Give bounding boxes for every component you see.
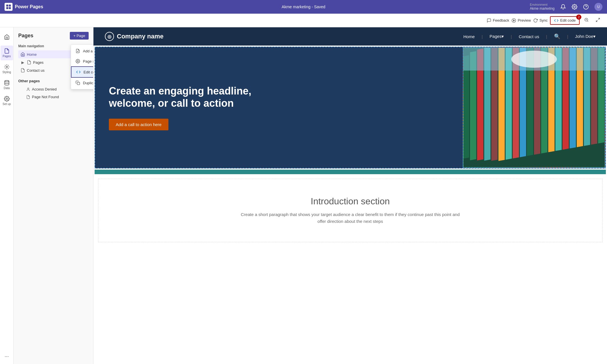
sidebar-item-pages[interactable]: Pages	[1, 46, 13, 60]
environment-label: Environment	[530, 3, 555, 7]
nav-item-access-denied-label: Access Denied	[32, 87, 57, 91]
logo-icon	[5, 3, 13, 11]
svg-point-16	[5, 81, 9, 82]
svg-point-21	[77, 61, 78, 62]
edit-code-label: Edit code	[560, 18, 576, 22]
feedback-button[interactable]: Feedback	[487, 18, 509, 23]
environment-info: Environment Akme marketing	[530, 3, 555, 11]
svg-rect-3	[9, 7, 11, 9]
hero-text: Create an engaging headline,welcome, or …	[95, 47, 463, 168]
settings-icon[interactable]	[572, 4, 577, 10]
svg-line-14	[596, 20, 598, 22]
svg-point-45	[511, 51, 557, 68]
context-menu-duplicate[interactable]: Duplicate	[71, 78, 93, 88]
sidebar-more[interactable]: ···	[5, 353, 9, 359]
svg-rect-2	[6, 7, 8, 9]
svg-point-4	[574, 6, 575, 7]
topbar-center: Akme marketing - Saved	[282, 5, 325, 9]
zoom-button[interactable]	[582, 16, 591, 25]
feedback-label: Feedback	[493, 18, 509, 22]
hero-image	[463, 47, 605, 168]
nav-item-page-not-found[interactable]: Page Not Found	[18, 93, 89, 101]
app-name: Power Pages	[15, 4, 43, 9]
nav-expand-pages[interactable]: ▶	[21, 60, 25, 65]
context-menu-add-subpage[interactable]: Add a new subpage	[71, 46, 93, 56]
edit-code-button[interactable]: Edit code 2	[550, 16, 580, 25]
svg-rect-22	[77, 82, 80, 85]
environment-name: Akme marketing	[530, 7, 555, 11]
site-preview: ◎ Company name Home | Pages▾ | Contact u…	[93, 27, 607, 364]
svg-point-17	[6, 98, 7, 100]
add-page-button[interactable]: + Page	[70, 32, 89, 40]
site-logo: ◎ Company name	[105, 32, 164, 41]
svg-point-18	[28, 88, 29, 89]
svg-rect-24	[463, 55, 469, 159]
site-nav-user[interactable]: John Doe▾	[575, 34, 596, 39]
site-nav-home[interactable]: Home	[463, 34, 475, 39]
hero-cta-button[interactable]: Add a call to action here	[109, 119, 168, 130]
preview-button[interactable]: Preview	[512, 18, 531, 23]
topbar-right: Environment Akme marketing U	[530, 3, 602, 11]
pages-title: Pages	[18, 33, 33, 39]
context-add-subpage-label: Add a new subpage	[83, 49, 93, 53]
site-logo-icon: ◎	[105, 32, 114, 41]
sidebar-item-data[interactable]: Data	[1, 77, 13, 92]
site-nav-links: Home | Pages▾ | Contact us | 🔍 | John Do…	[463, 33, 596, 40]
site-nav: ◎ Company name Home | Pages▾ | Contact u…	[93, 27, 607, 46]
expand-button[interactable]	[593, 16, 602, 25]
nav-item-contact-label: Contact us	[27, 68, 44, 73]
context-page-settings-label: Page settings	[83, 59, 93, 63]
nav-item-home-label: Home	[27, 52, 37, 57]
topbar: Power Pages Akme marketing - Saved Envir…	[0, 0, 607, 14]
site-logo-text: Company name	[117, 33, 164, 40]
sync-label: Sync	[539, 18, 548, 22]
sidebar-pages-label: Pages	[3, 55, 11, 58]
intro-section: Introduction section Create a short para…	[98, 179, 602, 242]
edit-code-badge: 2	[576, 15, 581, 20]
svg-line-13	[598, 18, 600, 20]
add-page-label: + Page	[73, 34, 85, 38]
sidebar-item-setup[interactable]: Set up	[1, 93, 13, 108]
intro-title: Introduction section	[112, 196, 588, 207]
help-icon[interactable]	[583, 4, 589, 10]
secondbar: Feedback Preview Sync Edit code 2	[0, 14, 607, 27]
app-logo: Power Pages	[5, 3, 43, 11]
sync-button[interactable]: Sync	[533, 18, 548, 23]
hero-cta-label: Add a call to action here	[116, 122, 162, 127]
sidebar-data-label: Data	[4, 87, 10, 90]
svg-rect-1	[9, 5, 11, 7]
context-menu: Add a new subpage Page settings 1 Edit c…	[71, 44, 93, 89]
hero-headline: Create an engaging headline,welcome, or …	[109, 85, 449, 109]
svg-point-15	[6, 66, 7, 68]
sidebar-styling-label: Styling	[2, 71, 11, 74]
pages-panel: Pages + Page Main navigation Home ··· ▶ …	[14, 27, 93, 364]
pages-header: Pages + Page	[18, 32, 89, 40]
context-menu-page-settings[interactable]: Page settings 1	[71, 56, 93, 66]
site-nav-contact[interactable]: Contact us	[519, 34, 539, 39]
secondbar-actions: Feedback Preview Sync Edit code 2	[487, 16, 602, 25]
divider-bar	[95, 170, 606, 174]
context-edit-code-label: Edit code	[83, 70, 93, 74]
intro-text: Create a short paragraph that shows your…	[236, 211, 464, 225]
preview-label: Preview	[518, 18, 531, 22]
context-menu-edit-code[interactable]: Edit code	[71, 66, 93, 78]
context-duplicate-label: Duplicate	[83, 81, 93, 85]
nav-item-pages-label: Pages	[33, 60, 44, 65]
main-content: ◎ Company name Home | Pages▾ | Contact u…	[93, 27, 607, 364]
notification-bell[interactable]	[560, 4, 566, 10]
main-layout: Pages Styling Data Set up ···	[0, 27, 607, 364]
save-status: Akme marketing - Saved	[282, 5, 325, 9]
svg-line-10	[587, 21, 588, 22]
site-nav-pages[interactable]: Pages▾	[490, 34, 504, 39]
svg-marker-8	[513, 20, 514, 21]
icon-sidebar: Pages Styling Data Set up ···	[0, 27, 14, 364]
nav-item-page-not-found-label: Page Not Found	[32, 95, 59, 99]
svg-rect-0	[6, 5, 8, 7]
sidebar-item-styling[interactable]: Styling	[1, 61, 13, 76]
sidebar-setup-label: Set up	[3, 102, 11, 106]
site-nav-search[interactable]: 🔍	[554, 33, 560, 40]
sidebar-item-home[interactable]	[1, 30, 13, 44]
user-avatar[interactable]: U	[594, 3, 602, 11]
hero-section: Create an engaging headline,welcome, or …	[95, 47, 606, 168]
